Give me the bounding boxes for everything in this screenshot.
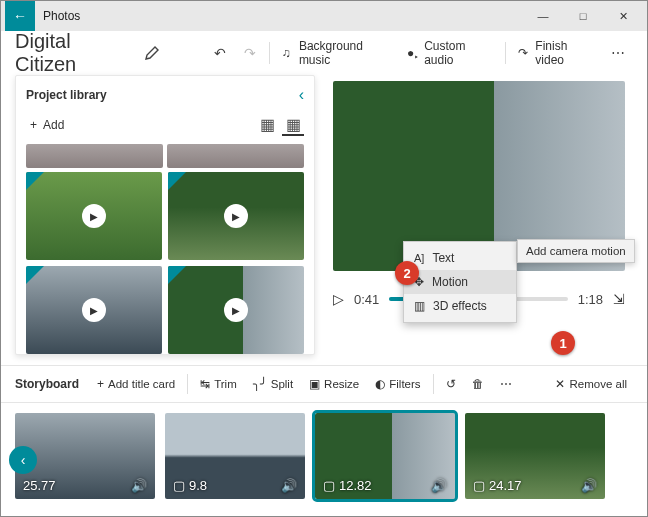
split-label: Split [271,378,293,390]
storyboard-label: Storyboard [15,377,79,391]
library-thumb-strip[interactable] [167,144,304,168]
trash-icon: 🗑 [472,377,484,391]
library-thumb[interactable]: ▶ [168,172,304,260]
total-time: 1:18 [578,292,603,307]
storyboard-strip: ‹ 25.77 🔊 ▢9.8 🔊 ▢12.82 🔊 ▢24.17 🔊 [1,403,647,517]
library-thumb[interactable]: ▶ [26,172,162,260]
play-overlay-icon: ▶ [224,298,248,322]
play-button[interactable]: ▷ [333,291,344,307]
title-bar: ← Photos ― □ ✕ [1,1,647,31]
filters-label: Filters [389,378,420,390]
maximize-button[interactable]: □ [563,1,603,31]
library-thumb-strip[interactable] [26,144,163,168]
play-overlay-icon: ▶ [224,204,248,228]
redo-button[interactable]: ↷ [235,37,265,69]
edit-title-button[interactable] [138,37,168,69]
clip-context-menu: A] Text ✥ Motion ▥ 3D effects [403,241,517,323]
finish-label: Finish video [535,39,595,67]
volume-icon: 🔊 [131,478,147,493]
library-thumb[interactable]: ▶ [168,266,304,354]
close-button[interactable]: ✕ [603,1,643,31]
box-icon: ▢ [173,478,185,493]
finish-video-button[interactable]: ↷ Finish video [510,37,603,69]
person-audio-icon: ●‣ [407,46,420,60]
undo-button[interactable]: ↶ [205,37,235,69]
collapse-library-button[interactable]: ‹ [299,86,304,104]
volume-icon: 🔊 [281,478,297,493]
bg-music-label: Background music [299,39,391,67]
resize-icon: ▣ [309,377,320,391]
ellipsis-icon: ⋯ [500,377,512,391]
trim-icon: ↹ [200,377,210,391]
project-library-panel: Project library ‹ + Add ▦ ▦ [1,75,315,365]
clip-duration: ▢9.8 [173,478,207,493]
remove-all-label: Remove all [569,378,627,390]
resize-button[interactable]: ▣Resize [303,370,365,398]
used-marker-icon [26,266,44,284]
cube-icon: ▥ [414,299,425,313]
volume-icon: 🔊 [581,478,597,493]
box-icon: ▢ [323,478,335,493]
storyboard-clip[interactable]: ▢12.82 🔊 [315,413,455,499]
box-icon: ▢ [473,478,485,493]
menu-item-3d-effects[interactable]: ▥ 3D effects [404,294,516,318]
music-icon: ♫ [282,46,295,60]
tooltip: Add camera motion [517,239,635,263]
pencil-icon [144,45,160,61]
used-marker-icon [168,172,186,190]
add-media-button[interactable]: + Add [26,114,68,136]
annotation-badge-1: 1 [551,331,575,355]
clip-duration: ▢12.82 [323,478,372,493]
rotate-icon: ↺ [446,377,456,391]
plus-icon: + [97,377,104,391]
rotate-button[interactable]: ↺ [440,370,462,398]
play-overlay-icon: ▶ [82,204,106,228]
resize-label: Resize [324,378,359,390]
split-button[interactable]: ╮╯Split [247,370,299,398]
grid-small-view-button[interactable]: ▦ [256,114,278,136]
current-time: 0:41 [354,292,379,307]
add-title-card-label: Add title card [108,378,175,390]
volume-icon: 🔊 [431,478,447,493]
background-music-button[interactable]: ♫ Background music [274,37,399,69]
filters-button[interactable]: ◐Filters [369,370,426,398]
main-area: Project library ‹ + Add ▦ ▦ [1,75,647,365]
split-icon: ╮╯ [253,377,267,391]
app-title: Photos [43,9,80,23]
menu-item-motion[interactable]: ✥ Motion [404,270,516,294]
used-marker-icon [168,266,186,284]
header-bar: Digital Citizen ↶ ↷ ♫ Background music ●… [1,31,647,75]
storyboard-toolbar: Storyboard +Add title card ↹Trim ╮╯Split… [1,365,647,403]
export-icon: ↷ [518,46,531,60]
storyboard-clip[interactable]: ▢24.17 🔊 [465,413,605,499]
plus-icon: + [30,118,37,132]
library-thumb[interactable]: ▶ [26,266,162,354]
more-button[interactable]: ⋯ [603,37,633,69]
fullscreen-button[interactable]: ⇲ [613,291,625,307]
filters-icon: ◐ [375,377,385,391]
library-card: Project library ‹ + Add ▦ ▦ [15,75,315,355]
scroll-left-button[interactable]: ‹ [9,446,37,474]
clip-more-button[interactable]: ⋯ [494,370,518,398]
menu-motion-label: Motion [432,275,468,289]
clip-duration: 25.77 [23,478,56,493]
storyboard-clip[interactable]: ▢9.8 🔊 [165,413,305,499]
add-title-card-button[interactable]: +Add title card [91,370,181,398]
back-button[interactable]: ← [5,1,35,31]
trim-button[interactable]: ↹Trim [194,370,243,398]
remove-all-button[interactable]: ✕Remove all [549,370,633,398]
menu-text-label: Text [432,251,454,265]
clip-duration: ▢24.17 [473,478,522,493]
annotation-badge-2: 2 [395,261,419,285]
grid-large-view-button[interactable]: ▦ [282,114,304,136]
trim-label: Trim [214,378,237,390]
menu-item-text[interactable]: A] Text [404,246,516,270]
close-icon: ✕ [555,377,565,391]
minimize-button[interactable]: ― [523,1,563,31]
play-overlay-icon: ▶ [82,298,106,322]
text-icon: A] [414,252,424,264]
custom-audio-button[interactable]: ●‣ Custom audio [399,37,501,69]
menu-effects-label: 3D effects [433,299,487,313]
delete-button[interactable]: 🗑 [466,370,490,398]
used-marker-icon [26,172,44,190]
